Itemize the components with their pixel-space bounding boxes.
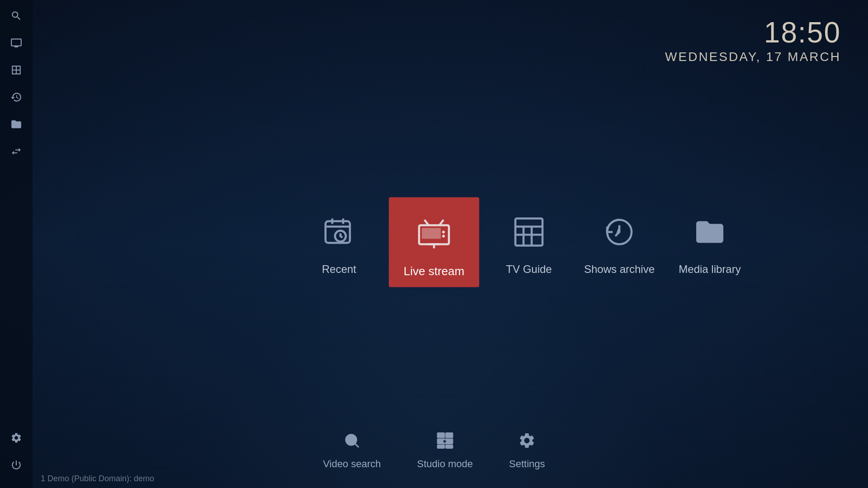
svg-rect-30 xyxy=(438,445,444,448)
menu-item-live-stream[interactable]: Live stream xyxy=(389,197,479,287)
live-stream-icon xyxy=(411,211,457,256)
recent-icon xyxy=(316,209,362,254)
svg-point-11 xyxy=(442,231,445,234)
sidebar-item-live-tv[interactable] xyxy=(5,33,28,56)
sidebar-item-settings[interactable] xyxy=(5,427,28,451)
svg-rect-10 xyxy=(422,228,441,239)
clock-date: Wednesday, 17 March xyxy=(665,50,841,64)
power-icon xyxy=(10,459,22,474)
folder-icon xyxy=(10,118,22,133)
main-grid: Recent Live stream xyxy=(298,197,750,287)
svg-point-12 xyxy=(442,235,445,238)
studio-mode-icon xyxy=(436,432,454,454)
sidebar-item-power[interactable] xyxy=(5,455,28,478)
settings-icon xyxy=(10,432,22,446)
history-icon xyxy=(10,91,22,106)
live-tv-icon xyxy=(10,37,22,52)
svg-rect-31 xyxy=(446,445,453,448)
bottom-item-video-search[interactable]: Video search xyxy=(323,432,381,470)
sidebar-item-tv-guide[interactable] xyxy=(5,60,28,83)
bottom-settings-label: Settings xyxy=(509,458,545,470)
tv-guide-icon xyxy=(506,209,552,254)
svg-rect-13 xyxy=(515,218,542,245)
sidebar-item-history[interactable] xyxy=(5,87,28,110)
menu-item-shows-archive[interactable]: Shows archive xyxy=(579,209,660,275)
tv-guide-label: TV Guide xyxy=(506,263,552,275)
clock-area: 18:50 Wednesday, 17 March xyxy=(665,18,841,64)
menu-item-tv-guide[interactable]: TV Guide xyxy=(488,209,570,275)
sidebar-item-search[interactable] xyxy=(5,5,28,29)
menu-item-recent[interactable]: Recent xyxy=(298,209,380,275)
status-bar: 1 Demo (Public Domain): demo xyxy=(41,474,154,483)
bottom-item-settings[interactable]: Settings xyxy=(509,432,545,470)
sidebar-item-folder[interactable] xyxy=(5,114,28,137)
svg-rect-27 xyxy=(446,433,453,437)
recent-label: Recent xyxy=(322,263,356,275)
search-icon xyxy=(10,10,22,24)
switch-icon xyxy=(10,145,22,160)
bottom-item-studio-mode[interactable]: Studio mode xyxy=(417,432,473,470)
bottom-settings-icon xyxy=(518,432,536,454)
studio-mode-label: Studio mode xyxy=(417,458,473,470)
shows-archive-label: Shows archive xyxy=(584,263,655,275)
media-library-icon xyxy=(687,209,732,254)
bottom-bar: Video search Studio mode xyxy=(323,432,545,470)
svg-rect-26 xyxy=(438,433,444,437)
menu-item-media-library[interactable]: Media library xyxy=(669,209,750,275)
media-library-label: Media library xyxy=(679,263,741,275)
video-search-label: Video search xyxy=(323,458,381,470)
sidebar xyxy=(0,0,33,488)
video-search-icon xyxy=(343,432,361,454)
svg-line-20 xyxy=(355,444,359,447)
live-stream-label: Live stream xyxy=(404,264,464,278)
status-text: 1 Demo (Public Domain): demo xyxy=(41,474,154,483)
grid-icon xyxy=(10,64,22,79)
sidebar-item-switch[interactable] xyxy=(5,141,28,164)
clock-time: 18:50 xyxy=(665,18,841,47)
shows-archive-icon xyxy=(597,209,642,254)
